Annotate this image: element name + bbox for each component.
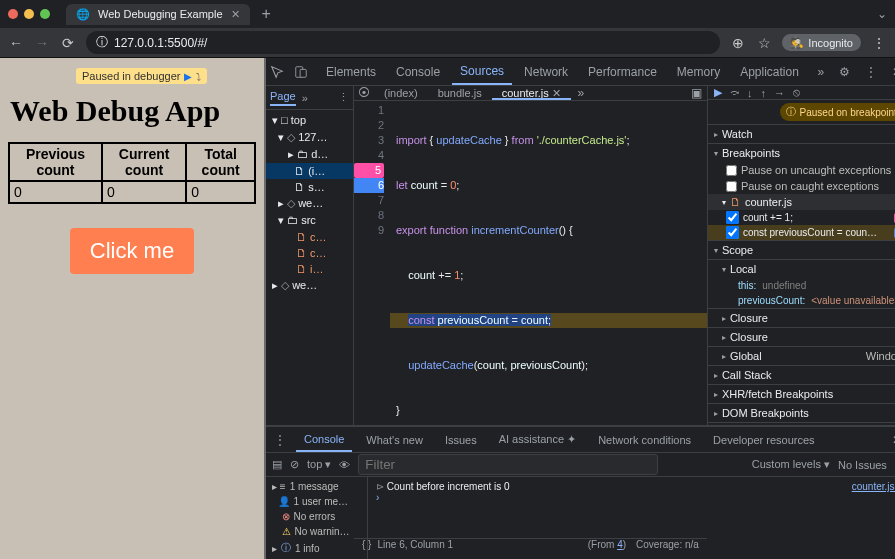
clear-console-icon[interactable]: ⊘	[290, 458, 299, 471]
drawer-tab-console[interactable]: Console	[296, 427, 352, 452]
code-content[interactable]: import { updateCache } from './counterCa…	[390, 101, 707, 538]
tabs-menu-icon[interactable]: ⌄	[877, 7, 887, 21]
close-window-icon[interactable]	[8, 9, 18, 19]
incognito-badge[interactable]: 🕵 Incognito	[782, 34, 861, 51]
pause-caught-checkbox[interactable]: Pause on caught exceptions	[708, 178, 895, 194]
devtools-menu-icon[interactable]: ⋮	[861, 65, 881, 79]
tab-console[interactable]: Console	[388, 58, 448, 85]
console-output[interactable]: ⊳ Count before increment is 0 counter.js…	[368, 477, 895, 559]
scope-section[interactable]: ▾Scope	[708, 240, 895, 259]
file-tab-bundle[interactable]: bundle.js	[428, 86, 492, 100]
debugger-pane: ▶ ⤼ ↓ ↑ → ⦸ ⓘ Paused on breakpoint ▸Watc…	[707, 86, 895, 425]
debugger-controls: ▶ ⤼ ↓ ↑ → ⦸	[708, 86, 895, 100]
sources-navigator: Page » ⋮ ▾ □ top ▾ ◇ 127… ▸ 🗀 d… 🗋 (i… 🗋…	[266, 86, 354, 425]
no-issues-label[interactable]: No Issues	[838, 459, 887, 471]
more-tabs-icon[interactable]: »	[811, 65, 831, 79]
counts-table: Previous count Current count Total count…	[8, 142, 256, 204]
context-selector[interactable]: top ▾	[307, 458, 331, 471]
file-tree[interactable]: ▾ □ top ▾ ◇ 127… ▸ 🗀 d… 🗋 (i… 🗋 s… ▸ ◇ w…	[266, 110, 353, 425]
close-tab-icon[interactable]: ✕	[231, 8, 240, 21]
browser-menu-icon[interactable]: ⋮	[871, 35, 887, 51]
tab-network[interactable]: Network	[516, 58, 576, 85]
step-out-button[interactable]: ↑	[760, 87, 766, 99]
nav-menu-icon[interactable]: ⋮	[338, 91, 349, 104]
device-icon[interactable]	[294, 65, 314, 79]
tab-elements[interactable]: Elements	[318, 58, 384, 85]
callstack-section[interactable]: ▸Call Stack	[708, 365, 895, 384]
new-tab-button[interactable]: +	[258, 5, 275, 23]
site-info-icon[interactable]: ⓘ	[96, 34, 108, 51]
close-devtools-icon[interactable]: ✕	[887, 65, 895, 79]
tab-performance[interactable]: Performance	[580, 58, 665, 85]
td-current: 0	[102, 181, 186, 203]
console-sidebar-toggle[interactable]: ▤	[272, 458, 282, 471]
step-over-button[interactable]: ⤼	[730, 86, 739, 99]
deactivate-bp-button[interactable]: ⦸	[793, 86, 800, 99]
svg-rect-1	[300, 69, 306, 77]
toggle-mapped-icon[interactable]: ▣	[687, 86, 707, 100]
dom-bp-section[interactable]: ▸DOM Breakpoints	[708, 403, 895, 422]
th-previous: Previous count	[9, 143, 102, 181]
bp-file-header[interactable]: ▾ 🗋 counter.js	[708, 194, 895, 210]
more-nav-icon[interactable]: »	[302, 92, 308, 104]
bookmark-icon[interactable]: ☆	[756, 35, 772, 51]
xhr-bp-section[interactable]: ▸XHR/fetch Breakpoints	[708, 384, 895, 403]
scope-closure-1[interactable]: ▸Closure	[708, 308, 895, 327]
resume-button[interactable]: ▶	[714, 86, 722, 99]
tab-sources[interactable]: Sources	[452, 58, 512, 85]
global-listeners-section[interactable]: ▸Global Listeners	[708, 422, 895, 425]
more-files-icon[interactable]: »	[571, 86, 591, 100]
th-total: Total count	[186, 143, 255, 181]
resume-icon[interactable]: ▶	[184, 71, 192, 82]
breakpoints-section[interactable]: ▾Breakpoints	[708, 143, 895, 162]
address-bar[interactable]: ⓘ 127.0.0.1:5500/#/	[86, 31, 720, 54]
reload-button[interactable]: ⟳	[60, 35, 76, 51]
maximize-window-icon[interactable]	[40, 9, 50, 19]
watch-section[interactable]: ▸Watch	[708, 124, 895, 143]
tab-application[interactable]: Application	[732, 58, 807, 85]
file-tab-counter[interactable]: counter.js ✕	[492, 86, 571, 100]
rendered-page: Paused in debugger ▶ ⤵ Web Debug App Pre…	[0, 58, 266, 559]
scope-this: this: undefined	[708, 278, 895, 293]
page-subtab[interactable]: Page	[270, 90, 296, 106]
bp-line-6[interactable]: const previousCount = coun…6	[708, 225, 895, 240]
step-into-button[interactable]: ↓	[747, 87, 753, 99]
td-total: 0	[186, 181, 255, 203]
scope-local[interactable]: ▾Local	[708, 259, 895, 278]
tab-memory[interactable]: Memory	[669, 58, 728, 85]
url-bar: ← → ⟳ ⓘ 127.0.0.1:5500/#/ ⊕ ☆ 🕵 Incognit…	[0, 28, 895, 58]
file-tab-index[interactable]: (index)	[374, 86, 428, 100]
close-file-icon[interactable]: ✕	[552, 87, 561, 100]
scope-global[interactable]: ▸GlobalWindow	[708, 346, 895, 365]
minimize-window-icon[interactable]	[24, 9, 34, 19]
paused-reason: ⓘ Paused on breakpoint	[780, 103, 895, 121]
drawer-menu-icon[interactable]: ⋮	[270, 433, 290, 447]
step-icon[interactable]: ⤵	[196, 71, 201, 82]
file-nav-icon[interactable]: ⦿	[354, 86, 374, 100]
log-levels-selector[interactable]: Custom levels ▾	[752, 458, 830, 471]
bp-line-5[interactable]: count += 1;5	[708, 210, 895, 225]
log-source-link[interactable]: counter.js:5	[852, 481, 895, 492]
drawer-tab-devres[interactable]: Developer resources	[705, 427, 823, 452]
console-sidebar[interactable]: ▸ ≡ 1 message 👤 1 user me… ⊗ No errors ⚠…	[266, 477, 368, 559]
step-button[interactable]: →	[774, 87, 785, 99]
live-expr-icon[interactable]: 👁	[339, 459, 350, 471]
browser-tab[interactable]: 🌐 Web Debugging Example ✕	[66, 4, 250, 25]
scope-closure-2[interactable]: ▸Closure	[708, 327, 895, 346]
zoom-icon[interactable]: ⊕	[730, 35, 746, 51]
td-previous: 0	[9, 181, 102, 203]
close-drawer-icon[interactable]: ✕	[887, 433, 895, 447]
line-gutter[interactable]: 1 2 3 4 5 6 7 8 9	[354, 101, 390, 538]
pause-uncaught-checkbox[interactable]: Pause on uncaught exceptions	[708, 162, 895, 178]
inspect-icon[interactable]	[270, 65, 290, 79]
url-text: 127.0.0.1:5500/#/	[114, 36, 207, 50]
settings-icon[interactable]: ⚙	[835, 65, 855, 79]
back-button[interactable]: ←	[8, 35, 24, 51]
devtools-tabs: Elements Console Sources Network Perform…	[266, 58, 895, 86]
forward-button[interactable]: →	[34, 35, 50, 51]
devtools: Elements Console Sources Network Perform…	[266, 58, 895, 559]
file-tabs: ⦿ (index) bundle.js counter.js ✕ » ▣	[354, 86, 707, 101]
click-me-button[interactable]: Click me	[70, 228, 194, 274]
browser-tabbar: 🌐 Web Debugging Example ✕ + ⌄	[0, 0, 895, 28]
code-editor-pane: ⦿ (index) bundle.js counter.js ✕ » ▣ 1 2…	[354, 86, 707, 425]
